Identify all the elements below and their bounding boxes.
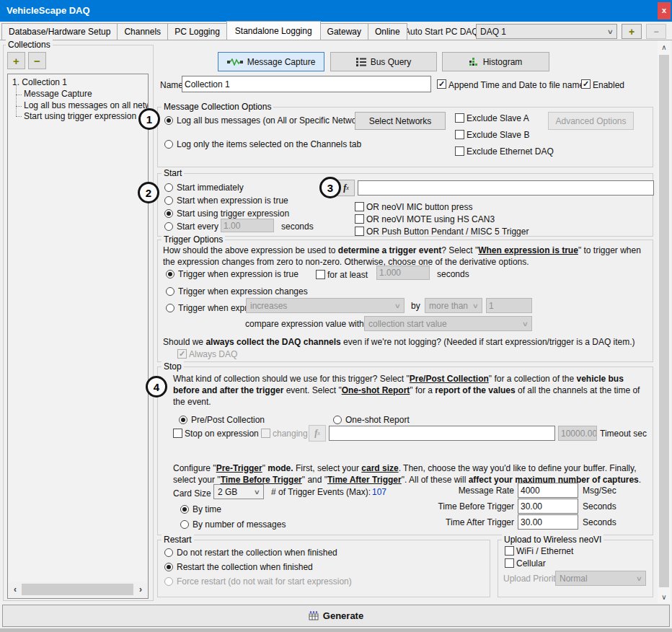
annotation-number: 1: [146, 113, 152, 126]
chevron-up-icon: ∧: [661, 43, 666, 51]
no-restart-radio[interactable]: [164, 548, 173, 557]
stop-expression-input[interactable]: [329, 426, 555, 441]
upload-title: Upload to Wireless neoVI: [502, 535, 604, 545]
message-capture-button[interactable]: Message Capture: [218, 52, 324, 71]
tab-online[interactable]: Online: [368, 23, 407, 40]
select-networks-label: Select Networks: [369, 116, 432, 126]
time-before-input[interactable]: 30.00: [518, 499, 578, 514]
bus-query-button[interactable]: Bus Query: [330, 52, 437, 71]
desc-text: .: [639, 475, 641, 485]
by-time-radio[interactable]: [180, 505, 189, 514]
plus-icon: +: [13, 55, 19, 67]
stop-on-expression-checkbox[interactable]: [173, 429, 182, 438]
message-options-title: Message Collection Options: [162, 102, 273, 112]
plus-icon: +: [629, 26, 635, 38]
tab-standalone-logging[interactable]: Standalone Logging: [226, 21, 321, 40]
start-expression-input[interactable]: [358, 180, 654, 196]
or-pendant-checkbox[interactable]: [355, 227, 364, 236]
desc-text: " for a collection of the: [489, 374, 577, 384]
add-collection-button[interactable]: +: [7, 52, 25, 69]
trigger-when-true-radio[interactable]: [166, 270, 174, 278]
message-rate-label: Message Rate: [425, 486, 514, 496]
name-input[interactable]: Collection 1: [182, 76, 431, 92]
exclude-slave-b-checkbox[interactable]: [455, 130, 464, 139]
tab-pc-logging[interactable]: PC Logging: [167, 23, 227, 40]
desc-link: Pre-Trigger: [216, 463, 262, 473]
chevron-down-icon: ∨: [472, 302, 479, 310]
scroll-right-arrow[interactable]: ›: [136, 584, 146, 595]
cellular-checkbox[interactable]: [505, 558, 514, 568]
one-shot-report-radio[interactable]: [333, 416, 342, 424]
desc-link: Time After Trigger: [327, 475, 402, 485]
histogram-button[interactable]: Histogram: [442, 52, 549, 71]
restart-radio[interactable]: [164, 563, 173, 571]
start-every-radio[interactable]: [164, 222, 173, 231]
by-messages-radio[interactable]: [180, 520, 189, 529]
enabled-label: Enabled: [593, 80, 624, 90]
exclude-ethernet-daq-checkbox[interactable]: [455, 146, 464, 156]
stop-title: Stop: [162, 361, 184, 372]
exclude-slave-a-checkbox[interactable]: [455, 113, 464, 123]
card-size-value: 2 GB: [218, 487, 237, 497]
histogram-label: Histogram: [483, 57, 523, 67]
always-daq-checkbox: ✓: [177, 349, 187, 359]
always-daq-description: Should we always collect the DAQ channel…: [163, 336, 650, 348]
message-rate-value: 4000: [521, 486, 540, 496]
card-size-select[interactable]: 2 GB ∨: [213, 484, 264, 499]
start-using-trigger-radio[interactable]: [164, 209, 173, 218]
for-at-least-value: 1.000: [379, 268, 401, 278]
close-button[interactable]: x: [658, 2, 671, 19]
tree-item-message-capture[interactable]: Message Capture: [24, 89, 92, 99]
generate-button[interactable]: Generate: [2, 605, 670, 627]
scroll-down-arrow[interactable]: ∨: [658, 592, 671, 602]
start-immediately-radio[interactable]: [164, 183, 173, 192]
compare-mode-value: more than: [429, 301, 468, 311]
message-rate-input[interactable]: 4000: [518, 483, 578, 498]
log-selected-radio[interactable]: [164, 140, 173, 149]
no-restart-label: Do not restart the collection when finis…: [177, 548, 337, 558]
tree-item-start-trigger[interactable]: Start using trigger expression: [24, 111, 136, 121]
tab-gateway[interactable]: Gateway: [320, 23, 368, 40]
trigger-when-expression-radio[interactable]: [166, 304, 174, 312]
or-mote-checkbox[interactable]: [355, 214, 364, 224]
select-networks-button[interactable]: Select Networks: [355, 112, 446, 130]
wifi-ethernet-checkbox[interactable]: [505, 546, 514, 556]
or-mic-checkbox[interactable]: [355, 202, 364, 211]
for-at-least-seconds-label: seconds: [437, 269, 469, 279]
start-when-expression-radio[interactable]: [164, 196, 173, 205]
remove-collection-button[interactable]: −: [28, 52, 46, 69]
log-all-radio[interactable]: [164, 116, 173, 125]
pre-post-collection-radio[interactable]: [179, 416, 187, 424]
scroll-up-arrow[interactable]: ∧: [658, 42, 671, 52]
desc-text: First, select your: [293, 463, 362, 473]
time-after-input[interactable]: 30.00: [518, 514, 578, 530]
for-at-least-label: for at least: [327, 270, 368, 280]
restart-title: Restart: [162, 535, 194, 545]
enabled-checkbox[interactable]: ✓: [581, 79, 591, 89]
collections-title: Collections: [6, 40, 53, 50]
tree-hscroll-thumb[interactable]: [22, 584, 133, 595]
check-icon: ✓: [438, 80, 445, 88]
tab-database-hardware-setup[interactable]: Database/Hardware Setup: [1, 23, 118, 40]
scroll-left-arrow[interactable]: ‹: [10, 584, 20, 595]
trigger-when-changes-radio[interactable]: [166, 287, 174, 296]
message-capture-label: Message Capture: [247, 57, 316, 67]
one-shot-report-label: One-shot Report: [345, 415, 410, 425]
by-messages-label: By number of messages: [193, 519, 286, 530]
daq-select[interactable]: DAQ 1 ∨: [476, 24, 617, 39]
compare-mode-select: more than ∨: [425, 298, 482, 313]
tree-item-collection[interactable]: 1. Collection 1: [12, 77, 67, 87]
tree-item-log-all[interactable]: Log all bus messages on all networks: [24, 100, 149, 110]
by-time-label: By time: [193, 504, 221, 514]
for-at-least-checkbox[interactable]: [316, 270, 325, 279]
start-title: Start: [162, 168, 184, 178]
tab-channels[interactable]: Channels: [117, 23, 168, 40]
remove-daq-button: −: [646, 24, 666, 39]
fx-sub: x: [317, 430, 320, 436]
force-restart-label: Force restart (do not wait for start exp…: [177, 576, 352, 587]
add-daq-button[interactable]: +: [622, 24, 642, 39]
vscroll-thumb[interactable]: [659, 55, 669, 587]
append-date-checkbox[interactable]: ✓: [437, 79, 446, 89]
exclude-ethernet-daq-label: Exclude Ethernet DAQ: [467, 146, 554, 157]
annotation-circle-2: 2: [138, 182, 159, 203]
